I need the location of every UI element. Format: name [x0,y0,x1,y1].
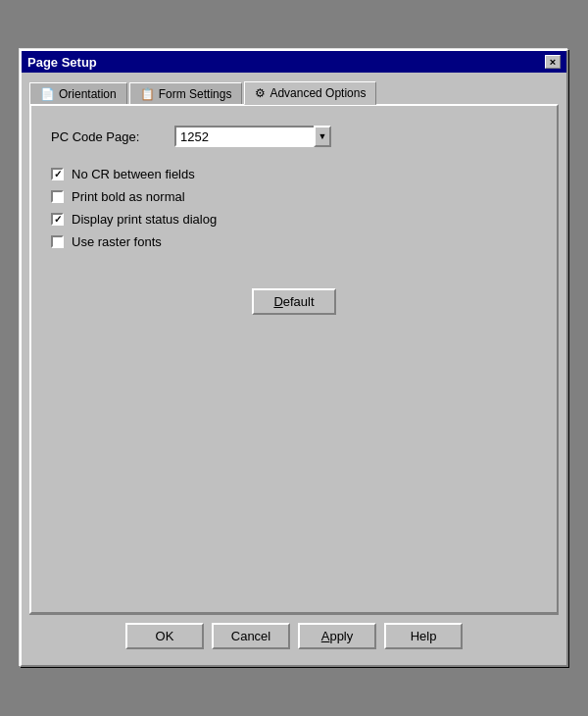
checkbox-print-bold[interactable] [51,190,64,203]
tab-advanced-options[interactable]: ⚙ Advanced Options [244,81,376,105]
tab-form-settings[interactable]: 📋 Form Settings [129,82,243,106]
default-button[interactable]: Default [252,288,335,315]
title-bar: Page Setup × [22,51,566,73]
checkbox-row-no-cr[interactable]: No CR between fields [51,167,537,181]
checkbox-raster-fonts-label: Use raster fonts [72,234,162,249]
tab-advanced-options-label: Advanced Options [270,86,366,100]
options-checkboxes: No CR between fields Print bold as norma… [51,167,537,249]
checkbox-print-status-label: Display print status dialog [72,212,217,227]
page-setup-dialog: Page Setup × 📄 Orientation 📋 Form Settin… [20,49,568,667]
checkbox-print-status[interactable] [51,213,64,226]
default-button-wrapper: Default [51,288,537,315]
pc-code-page-row: PC Code Page: ▼ [51,126,537,147]
dialog-title: Page Setup [27,55,97,70]
checkbox-print-bold-label: Print bold as normal [72,189,185,204]
orientation-icon: 📄 [40,87,55,101]
advanced-options-icon: ⚙ [255,86,266,100]
pc-code-page-label: PC Code Page: [51,129,159,144]
form-settings-icon: 📋 [140,87,155,101]
checkbox-no-cr[interactable] [51,168,64,180]
checkbox-row-print-status[interactable]: Display print status dialog [51,212,537,227]
pc-code-page-input[interactable] [174,126,331,147]
tab-form-settings-label: Form Settings [159,87,232,101]
tab-orientation-label: Orientation [59,87,117,101]
checkbox-row-raster-fonts[interactable]: Use raster fonts [51,234,537,249]
pc-code-page-dropdown-arrow[interactable]: ▼ [314,126,331,147]
tab-orientation[interactable]: 📄 Orientation [29,82,127,106]
checkbox-row-print-bold[interactable]: Print bold as normal [51,189,537,204]
help-button[interactable]: Help [384,623,463,649]
ok-button[interactable]: OK [125,623,204,649]
tab-strip: 📄 Orientation 📋 Form Settings ⚙ Advanced… [29,80,559,104]
apply-button[interactable]: Apply [298,623,376,649]
close-button[interactable]: × [545,55,561,69]
window-body: 📄 Orientation 📋 Form Settings ⚙ Advanced… [22,73,566,665]
tab-content-advanced: PC Code Page: ▼ No CR between fields Pri… [29,104,559,614]
cancel-button[interactable]: Cancel [212,623,290,649]
checkbox-raster-fonts[interactable] [51,235,64,248]
bottom-button-bar: OK Cancel Apply Help [29,614,559,657]
pc-code-page-dropdown-wrapper: ▼ [174,126,331,147]
checkbox-no-cr-label: No CR between fields [72,167,195,181]
